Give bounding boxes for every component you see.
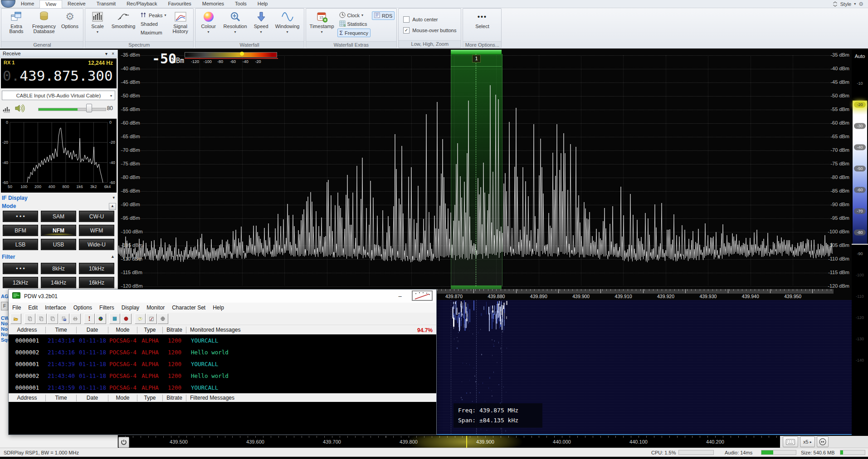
menu-options[interactable]: Options [70, 304, 96, 311]
mode-button-usb[interactable]: USB [41, 239, 76, 250]
volume-slider-handle[interactable] [86, 104, 92, 112]
column-date[interactable]: Date [77, 395, 108, 401]
menu-interface[interactable]: Interface [41, 304, 70, 311]
range-tick-80[interactable]: -80 [854, 230, 866, 236]
menu-filters[interactable]: Filters [96, 304, 118, 311]
menu-edit[interactable]: Edit [24, 304, 41, 311]
column-filtered-messages[interactable]: Filtered Messages [186, 395, 436, 401]
print-icon[interactable] [70, 314, 81, 324]
column-type[interactable]: Type [137, 327, 163, 333]
menu-help[interactable]: Help [209, 304, 228, 311]
colormap-gradient-bar[interactable] [185, 52, 277, 58]
tab-transmit[interactable]: Transmit [91, 0, 121, 8]
column-bitrate[interactable]: Bitrate [163, 395, 186, 401]
keyboard-entry-button[interactable] [783, 436, 798, 447]
filter-button-14khz[interactable]: 14kHz [41, 277, 76, 288]
column-type[interactable]: Type [137, 395, 163, 401]
signal-history-button[interactable]: SignalHistory [170, 10, 191, 40]
range-tick-20[interactable]: -20 [854, 102, 866, 108]
mode-button-wide-u[interactable]: Wide-U [79, 239, 114, 250]
column-mode[interactable]: Mode [108, 395, 137, 401]
extra-bands-button[interactable]: Extra Bands [3, 10, 29, 40]
auto-range-label[interactable]: Auto [852, 53, 868, 59]
resolution-button[interactable]: Resolution ▾ [221, 10, 249, 40]
rds-toggle-button[interactable]: RDS [372, 11, 395, 20]
filter-button-dots[interactable]: • • • [3, 263, 38, 274]
column-monitored-messages[interactable]: Monitored Messages [186, 327, 400, 333]
mode-button-sam[interactable]: SAM [41, 211, 76, 222]
timestamp-button[interactable]: 15 Timestamp ▾ [308, 10, 336, 40]
panel-dropdown-icon[interactable]: ▾ [105, 50, 107, 58]
column-time[interactable]: Time [46, 327, 77, 333]
tab-favourites[interactable]: Favourites [162, 0, 196, 8]
message-row[interactable]: 000000121:43:3901-11-18POCSAG-4ALPHA1200… [9, 358, 436, 370]
range-tick-50[interactable]: -50 [854, 166, 866, 172]
frequency-database-button[interactable]: Frequency Database [31, 10, 57, 40]
fast-tune-button[interactable] [817, 436, 829, 447]
options-button[interactable]: ⚙ Options [59, 10, 81, 40]
maximum-button[interactable]: Maximum [139, 29, 168, 36]
range-tick-60[interactable]: -60 [854, 187, 866, 193]
section-if-display[interactable]: IF Display▾ [0, 195, 117, 202]
filter-button-16khz[interactable]: 16kHz [79, 277, 114, 288]
pdw-title-bar[interactable]: PDW v3.2b01 – □ × [9, 290, 436, 303]
tab-receive[interactable]: Receive [62, 0, 91, 8]
speaker-icon[interactable] [15, 104, 25, 115]
speed-button[interactable]: Speed ▾ [251, 10, 272, 40]
column-address[interactable]: Address [9, 395, 46, 401]
tab-view[interactable]: View [39, 0, 62, 8]
zoom-level-button[interactable]: x5▸ [800, 436, 815, 447]
message-row[interactable]: 000000221:43:1601-11-18POCSAG-4ALPHA1200… [9, 346, 436, 358]
column-bitrate[interactable]: Bitrate [163, 327, 186, 333]
tab-help[interactable]: Help [252, 0, 273, 8]
column-mode[interactable]: Mode [108, 327, 137, 333]
tab-home[interactable]: Home [15, 0, 39, 8]
mouse-over-buttons-checkbox[interactable]: ✓ Mouse-over buttons [403, 26, 456, 34]
tuned-frequency[interactable]: 0.439.875.300 [3, 68, 115, 84]
mode-button-wfm[interactable]: WFM [79, 225, 114, 236]
colour-button[interactable]: Colour ▾ [197, 10, 220, 40]
receive-panel-header[interactable]: Receive ▾ × [0, 50, 117, 58]
section-mode[interactable]: Mode▲ [0, 203, 117, 210]
clock-button[interactable]: Clock ▾ [337, 11, 371, 19]
copy-icon[interactable] [24, 314, 35, 324]
record-sphere-icon[interactable] [121, 314, 132, 324]
settings-gear-icon[interactable]: ⚙ [858, 1, 863, 7]
spectrum-display[interactable]: -35 dBm-35 dBm-40 dBm-40 dBm-45 dBm-45 d… [117, 50, 852, 300]
menu-monitor[interactable]: Monitor [143, 304, 168, 311]
peaks-button[interactable]: Peaks ▾ [139, 11, 168, 19]
network-sphere-icon[interactable] [157, 314, 168, 324]
copy-save-icon[interactable] [59, 314, 69, 324]
message-row[interactable]: 000000121:43:5901-11-18POCSAG-4ALPHA1200… [9, 382, 436, 393]
monitor-sphere-icon[interactable] [95, 314, 106, 324]
frequency-display[interactable]: RX 1 12,244 Hz 0.439.875.300 [1, 58, 117, 88]
app-menu-button[interactable] [1, 0, 15, 8]
shaded-button[interactable]: Shaded [139, 20, 168, 28]
column-time[interactable]: Time [46, 395, 77, 401]
mode-button-cw-u[interactable]: CW-U [79, 211, 114, 222]
range-tick-90[interactable]: -90 [852, 251, 868, 256]
power-button[interactable] [118, 437, 129, 448]
full-band-scale[interactable]: 439.500439.600439.700439.800439.900440.0… [117, 436, 868, 448]
pdw-filtered-header[interactable]: AddressTimeDateModeTypeBitrateFiltered M… [9, 393, 436, 403]
open-icon[interactable] [10, 314, 21, 324]
message-row[interactable]: 000000121:43:1401-11-18POCSAG-4ALPHA1200… [9, 334, 436, 346]
range-tick-10[interactable]: -10 [852, 81, 868, 86]
section-filter[interactable]: Filter▲ [0, 254, 117, 261]
frequency-toggle-button[interactable]: Σ Frequency [337, 29, 371, 37]
message-row[interactable]: 000000221:43:4001-11-18POCSAG-4ALPHA1200… [9, 370, 436, 382]
pdw-window[interactable]: PDW v3.2b01 – □ × FileEditInterfaceOptio… [8, 289, 437, 435]
volume-slider[interactable] [38, 108, 106, 111]
tab-memories[interactable]: Memories [197, 0, 229, 8]
copy-3-icon[interactable] [47, 314, 58, 324]
statistics-button[interactable]: g Statistics [337, 20, 371, 28]
pdw-monitored-header[interactable]: AddressTimeDateModeTypeBitrateMonitored … [9, 325, 436, 335]
alert-icon[interactable]: ! [84, 314, 95, 324]
menu-character-set[interactable]: Character Set [168, 304, 209, 311]
help-icon[interactable]: ? [135, 314, 146, 324]
auto-center-checkbox[interactable]: Auto center [403, 15, 456, 24]
terminal-icon[interactable] [109, 314, 120, 324]
rx-marker-badge[interactable]: 1 [472, 55, 481, 63]
scale-button[interactable]: Scale ▾ [87, 10, 108, 40]
panel-close-icon[interactable]: × [112, 50, 114, 58]
